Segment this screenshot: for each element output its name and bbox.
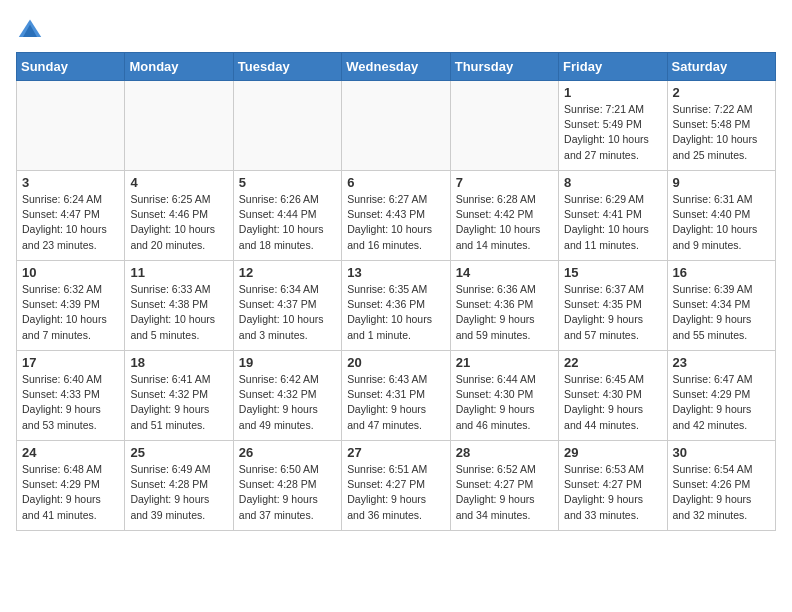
day-info: Sunrise: 6:34 AM Sunset: 4:37 PM Dayligh… [239,282,336,343]
week-row-5: 24Sunrise: 6:48 AM Sunset: 4:29 PM Dayli… [17,441,776,531]
day-number: 10 [22,265,119,280]
day-cell: 12Sunrise: 6:34 AM Sunset: 4:37 PM Dayli… [233,261,341,351]
day-info: Sunrise: 7:22 AM Sunset: 5:48 PM Dayligh… [673,102,770,163]
day-cell [125,81,233,171]
day-info: Sunrise: 6:49 AM Sunset: 4:28 PM Dayligh… [130,462,227,523]
day-info: Sunrise: 6:39 AM Sunset: 4:34 PM Dayligh… [673,282,770,343]
day-info: Sunrise: 6:44 AM Sunset: 4:30 PM Dayligh… [456,372,553,433]
day-number: 19 [239,355,336,370]
day-info: Sunrise: 6:53 AM Sunset: 4:27 PM Dayligh… [564,462,661,523]
day-cell: 13Sunrise: 6:35 AM Sunset: 4:36 PM Dayli… [342,261,450,351]
day-number: 6 [347,175,444,190]
day-info: Sunrise: 6:29 AM Sunset: 4:41 PM Dayligh… [564,192,661,253]
day-info: Sunrise: 6:35 AM Sunset: 4:36 PM Dayligh… [347,282,444,343]
weekday-header-monday: Monday [125,53,233,81]
weekday-header-wednesday: Wednesday [342,53,450,81]
day-cell: 2Sunrise: 7:22 AM Sunset: 5:48 PM Daylig… [667,81,775,171]
day-number: 28 [456,445,553,460]
day-cell: 6Sunrise: 6:27 AM Sunset: 4:43 PM Daylig… [342,171,450,261]
day-info: Sunrise: 6:51 AM Sunset: 4:27 PM Dayligh… [347,462,444,523]
day-number: 4 [130,175,227,190]
day-info: Sunrise: 6:28 AM Sunset: 4:42 PM Dayligh… [456,192,553,253]
day-number: 3 [22,175,119,190]
day-number: 26 [239,445,336,460]
day-number: 25 [130,445,227,460]
day-cell [233,81,341,171]
day-cell: 21Sunrise: 6:44 AM Sunset: 4:30 PM Dayli… [450,351,558,441]
week-row-2: 3Sunrise: 6:24 AM Sunset: 4:47 PM Daylig… [17,171,776,261]
day-cell: 23Sunrise: 6:47 AM Sunset: 4:29 PM Dayli… [667,351,775,441]
day-info: Sunrise: 6:33 AM Sunset: 4:38 PM Dayligh… [130,282,227,343]
day-number: 7 [456,175,553,190]
day-number: 1 [564,85,661,100]
weekday-header-saturday: Saturday [667,53,775,81]
day-cell: 18Sunrise: 6:41 AM Sunset: 4:32 PM Dayli… [125,351,233,441]
day-number: 12 [239,265,336,280]
day-info: Sunrise: 6:43 AM Sunset: 4:31 PM Dayligh… [347,372,444,433]
day-info: Sunrise: 7:21 AM Sunset: 5:49 PM Dayligh… [564,102,661,163]
day-cell: 9Sunrise: 6:31 AM Sunset: 4:40 PM Daylig… [667,171,775,261]
day-number: 24 [22,445,119,460]
day-cell: 22Sunrise: 6:45 AM Sunset: 4:30 PM Dayli… [559,351,667,441]
day-number: 14 [456,265,553,280]
day-number: 29 [564,445,661,460]
day-number: 18 [130,355,227,370]
logo [16,16,48,44]
day-number: 22 [564,355,661,370]
day-info: Sunrise: 6:47 AM Sunset: 4:29 PM Dayligh… [673,372,770,433]
week-row-1: 1Sunrise: 7:21 AM Sunset: 5:49 PM Daylig… [17,81,776,171]
logo-icon [16,16,44,44]
day-cell: 15Sunrise: 6:37 AM Sunset: 4:35 PM Dayli… [559,261,667,351]
day-cell: 14Sunrise: 6:36 AM Sunset: 4:36 PM Dayli… [450,261,558,351]
day-number: 21 [456,355,553,370]
day-info: Sunrise: 6:37 AM Sunset: 4:35 PM Dayligh… [564,282,661,343]
weekday-header-thursday: Thursday [450,53,558,81]
day-number: 5 [239,175,336,190]
day-cell: 8Sunrise: 6:29 AM Sunset: 4:41 PM Daylig… [559,171,667,261]
weekday-header-row: SundayMondayTuesdayWednesdayThursdayFrid… [17,53,776,81]
day-cell: 30Sunrise: 6:54 AM Sunset: 4:26 PM Dayli… [667,441,775,531]
day-cell: 19Sunrise: 6:42 AM Sunset: 4:32 PM Dayli… [233,351,341,441]
day-info: Sunrise: 6:45 AM Sunset: 4:30 PM Dayligh… [564,372,661,433]
week-row-4: 17Sunrise: 6:40 AM Sunset: 4:33 PM Dayli… [17,351,776,441]
day-cell: 7Sunrise: 6:28 AM Sunset: 4:42 PM Daylig… [450,171,558,261]
day-number: 17 [22,355,119,370]
weekday-header-friday: Friday [559,53,667,81]
day-number: 27 [347,445,444,460]
day-number: 15 [564,265,661,280]
day-info: Sunrise: 6:25 AM Sunset: 4:46 PM Dayligh… [130,192,227,253]
weekday-header-tuesday: Tuesday [233,53,341,81]
day-info: Sunrise: 6:48 AM Sunset: 4:29 PM Dayligh… [22,462,119,523]
day-cell: 17Sunrise: 6:40 AM Sunset: 4:33 PM Dayli… [17,351,125,441]
day-cell: 27Sunrise: 6:51 AM Sunset: 4:27 PM Dayli… [342,441,450,531]
calendar: SundayMondayTuesdayWednesdayThursdayFrid… [16,52,776,531]
page-header [16,16,776,44]
day-cell: 11Sunrise: 6:33 AM Sunset: 4:38 PM Dayli… [125,261,233,351]
day-info: Sunrise: 6:52 AM Sunset: 4:27 PM Dayligh… [456,462,553,523]
day-number: 30 [673,445,770,460]
day-cell: 25Sunrise: 6:49 AM Sunset: 4:28 PM Dayli… [125,441,233,531]
day-number: 8 [564,175,661,190]
day-number: 11 [130,265,227,280]
day-cell: 3Sunrise: 6:24 AM Sunset: 4:47 PM Daylig… [17,171,125,261]
day-number: 20 [347,355,444,370]
day-cell [342,81,450,171]
day-info: Sunrise: 6:27 AM Sunset: 4:43 PM Dayligh… [347,192,444,253]
day-number: 9 [673,175,770,190]
day-cell: 10Sunrise: 6:32 AM Sunset: 4:39 PM Dayli… [17,261,125,351]
day-cell: 29Sunrise: 6:53 AM Sunset: 4:27 PM Dayli… [559,441,667,531]
day-number: 13 [347,265,444,280]
day-info: Sunrise: 6:40 AM Sunset: 4:33 PM Dayligh… [22,372,119,433]
day-cell [450,81,558,171]
day-number: 16 [673,265,770,280]
day-info: Sunrise: 6:26 AM Sunset: 4:44 PM Dayligh… [239,192,336,253]
day-info: Sunrise: 6:36 AM Sunset: 4:36 PM Dayligh… [456,282,553,343]
day-number: 2 [673,85,770,100]
day-cell: 28Sunrise: 6:52 AM Sunset: 4:27 PM Dayli… [450,441,558,531]
day-cell: 5Sunrise: 6:26 AM Sunset: 4:44 PM Daylig… [233,171,341,261]
day-info: Sunrise: 6:31 AM Sunset: 4:40 PM Dayligh… [673,192,770,253]
day-cell: 16Sunrise: 6:39 AM Sunset: 4:34 PM Dayli… [667,261,775,351]
day-cell: 4Sunrise: 6:25 AM Sunset: 4:46 PM Daylig… [125,171,233,261]
day-cell: 26Sunrise: 6:50 AM Sunset: 4:28 PM Dayli… [233,441,341,531]
day-cell: 1Sunrise: 7:21 AM Sunset: 5:49 PM Daylig… [559,81,667,171]
